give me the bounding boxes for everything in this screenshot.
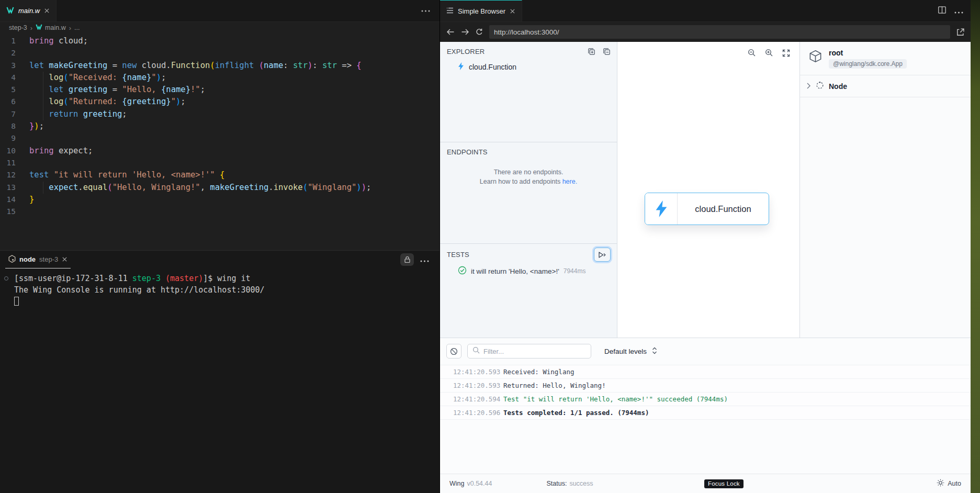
log-row: 12:41:20.593Returned: Hello, Winglang! (440, 379, 971, 393)
terminal-actions (400, 253, 434, 266)
breadcrumb-folder[interactable]: step-3 (9, 24, 27, 31)
terminal-tabbar: node step-3 (0, 251, 440, 268)
open-external-icon[interactable] (956, 28, 964, 36)
breadcrumb-symbol[interactable]: ... (74, 24, 80, 31)
desktop-edge-strip (971, 0, 980, 493)
node-target-icon (816, 81, 824, 91)
browser-more-icon[interactable] (954, 6, 963, 16)
log-row: 12:41:20.594Test "it will return 'Hello,… (440, 393, 971, 406)
explorer-title: EXPLORER (447, 48, 485, 55)
terminal-more-icon[interactable] (420, 255, 429, 264)
lightning-bolt-icon (645, 193, 678, 225)
log-row: 12:41:20.593Received: Winglang (440, 365, 971, 379)
fit-screen-icon[interactable] (782, 49, 790, 57)
back-icon[interactable] (446, 28, 455, 36)
endpoints-help-link[interactable]: here. (562, 178, 578, 185)
browser-tab-title: Simple Browser (458, 7, 505, 15)
console-left-column: EXPLORER (440, 42, 617, 338)
browser-tabbar: Simple Browser (440, 0, 971, 22)
sun-icon (937, 479, 944, 488)
hexagon-node-icon (8, 255, 16, 264)
close-icon[interactable] (62, 256, 67, 262)
inspector-root-title: root (829, 49, 907, 57)
canvas-toolbar (748, 49, 790, 57)
theme-toggle[interactable]: Auto (937, 479, 961, 488)
collapse-all-icon[interactable] (603, 48, 611, 55)
explorer-section: EXPLORER (440, 42, 617, 142)
browser-tab-actions (938, 0, 971, 21)
inspector-node-row[interactable]: Node (800, 75, 971, 97)
terminal-tab-name: node (19, 255, 36, 263)
wing-console: EXPLORER (440, 42, 971, 493)
editor-tab-title: main.w (18, 7, 40, 15)
endpoints-section: ENDPOINTS There are no endpoints. Learn … (440, 142, 617, 244)
split-editor-icon[interactable] (938, 6, 946, 16)
zoom-out-icon[interactable] (748, 49, 756, 57)
explorer-item-cloud-function[interactable]: cloud.Function (440, 62, 617, 72)
chevron-right-icon: › (29, 24, 33, 32)
test-name: it will return 'Hello, <name>!' (471, 267, 559, 275)
browser-list-icon (446, 7, 454, 15)
inspector-root-row: root @winglang/sdk.core.App (800, 42, 971, 75)
focus-lock-badge: Focus Lock (704, 479, 744, 488)
vscode-pane: main.w step-3 › main.w › ... 1bring cl (0, 0, 440, 493)
test-duration: 7944ms (564, 267, 586, 275)
cube-icon (808, 49, 823, 69)
terminal-panel: node step-3 [ssm-user@ip-172-31-8-11 (0, 250, 440, 493)
map-canvas[interactable]: cloud.Function (617, 42, 800, 338)
simple-browser-pane: Simple Browser (440, 0, 971, 493)
zoom-in-icon[interactable] (765, 49, 773, 57)
code-lines: 1bring cloud;23let makeGreeting = new cl… (0, 35, 440, 218)
logs-toolbar: Default levels (440, 338, 971, 363)
tests-section: TESTS it will return 'Hello, <name>!' 79… (440, 244, 617, 338)
wing-file-icon (6, 7, 14, 15)
chevron-right-icon: › (68, 24, 72, 32)
lightning-bolt-icon (458, 62, 464, 72)
breadcrumb-file[interactable]: main.w (36, 24, 66, 31)
url-input[interactable]: http://localhost:3000/ (489, 25, 950, 39)
explorer-header: EXPLORER (440, 42, 617, 58)
close-icon[interactable] (44, 8, 50, 14)
terminal-body[interactable]: [ssm-user@ip-172-31-8-11 step-3 (master)… (0, 268, 440, 307)
wing-version: Wing v0.54.44 (449, 480, 492, 487)
endpoints-title: ENDPOINTS (447, 148, 488, 156)
theme-label: Auto (948, 480, 961, 487)
node-label: cloud.Function (678, 193, 769, 225)
endpoints-empty-state: There are no endpoints. Learn how to add… (440, 167, 617, 186)
terminal-output: [ssm-user@ip-172-31-8-11 step-3 (master)… (14, 273, 440, 307)
log-levels-select[interactable]: Default levels (604, 347, 657, 356)
forward-icon[interactable] (461, 28, 469, 36)
close-icon[interactable] (510, 8, 515, 14)
editor-tabbar: main.w (0, 0, 440, 22)
reload-icon[interactable] (476, 28, 483, 36)
tab-simple-browser[interactable]: Simple Browser (440, 0, 522, 21)
log-rows: 12:41:20.593Received: Winglang12:41:20.5… (440, 365, 971, 420)
search-icon (472, 346, 480, 356)
terminal-tab-detail: step-3 (39, 255, 58, 263)
clear-logs-icon[interactable] (446, 344, 461, 358)
code-editor[interactable]: 1bring cloud;23let makeGreeting = new cl… (0, 33, 440, 218)
breadcrumb: step-3 › main.w › ... (0, 22, 440, 33)
lock-icon[interactable] (400, 253, 414, 266)
endpoints-header: ENDPOINTS (440, 142, 617, 158)
log-filter-input[interactable] (483, 348, 586, 355)
cloud-function-node[interactable]: cloud.Function (645, 193, 769, 225)
screen: main.w step-3 › main.w › ... 1bring cl (0, 0, 980, 493)
inspector-node-label: Node (829, 82, 847, 91)
expand-all-icon[interactable] (588, 48, 595, 55)
editor-more-icon[interactable] (421, 0, 440, 21)
inspector-sidebar: root @winglang/sdk.core.App Node (800, 42, 971, 338)
test-item[interactable]: it will return 'Hello, <name>!' 7944ms (440, 266, 617, 276)
log-row: 12:41:20.596Tests completed: 1/1 passed.… (440, 406, 971, 420)
browser-navbar: http://localhost:3000/ (440, 22, 971, 42)
inspector-root-badge: @winglang/sdk.core.App (829, 59, 907, 69)
logs-panel: Default levels 12:41:20.593Received: Win… (440, 338, 971, 474)
run-all-tests-button[interactable] (594, 248, 611, 262)
console-main: EXPLORER (440, 42, 971, 338)
chevron-right-icon (806, 82, 811, 91)
terminal-tab-node[interactable]: node step-3 (5, 251, 71, 268)
tests-title: TESTS (447, 251, 469, 259)
wing-file-icon (36, 24, 42, 31)
editor-tab-mainw[interactable]: main.w (0, 0, 57, 21)
check-circle-icon (458, 266, 467, 276)
